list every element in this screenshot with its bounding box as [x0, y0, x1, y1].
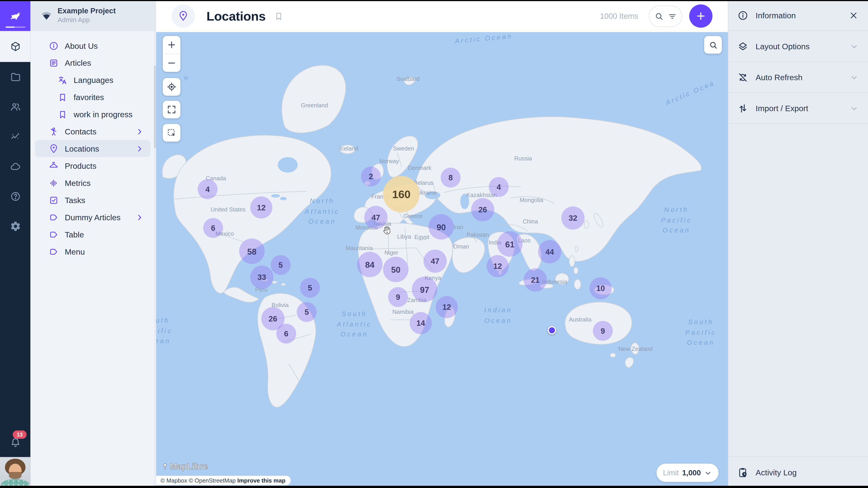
search-icon: [708, 40, 718, 50]
map-cluster[interactable]: 32: [561, 206, 585, 230]
close-drawer-button[interactable]: [848, 10, 859, 20]
map-cluster[interactable]: 12: [436, 296, 458, 318]
module-user-directory[interactable]: [0, 92, 31, 122]
sidebar-item-languages[interactable]: Languages: [35, 71, 151, 89]
sidebar-item-work-in-progress[interactable]: work in progress: [35, 106, 151, 123]
activity-log-button[interactable]: Activity Log: [728, 456, 868, 488]
map-cluster[interactable]: 84: [357, 252, 383, 277]
sidebar-item-about-us[interactable]: About Us: [35, 37, 151, 54]
page-title: Locations: [206, 8, 266, 24]
app-logo[interactable]: [0, 0, 31, 31]
module-file-library[interactable]: [0, 62, 31, 92]
drawer-section-auto-refresh[interactable]: Auto Refresh: [728, 62, 868, 93]
nav-scrollbar[interactable]: [154, 31, 156, 488]
user-avatar[interactable]: [0, 457, 31, 488]
map-cluster[interactable]: 4: [197, 179, 217, 199]
drawer-section-import-export[interactable]: Import / Export: [728, 93, 868, 124]
sidebar-item-products[interactable]: Products: [35, 157, 151, 174]
map-cluster[interactable]: 5: [300, 278, 320, 297]
insights-icon: [10, 131, 21, 142]
fullscreen-button[interactable]: [163, 101, 180, 119]
map-cluster[interactable]: 160: [383, 176, 420, 213]
settings-icon: [10, 221, 21, 232]
map-cluster[interactable]: 21: [524, 268, 547, 292]
sidebar-item-label: Table: [65, 230, 84, 239]
module-cloud[interactable]: [0, 152, 31, 182]
sidebar-item-label: Contacts: [65, 127, 96, 136]
bookmark-page-button[interactable]: [274, 11, 283, 21]
chevron-down-icon: [850, 104, 859, 112]
map-cluster[interactable]: 9: [388, 287, 408, 307]
map-cluster[interactable]: 26: [471, 198, 494, 221]
map-cluster[interactable]: 5: [297, 302, 317, 322]
module-settings[interactable]: [0, 212, 31, 241]
map-cluster[interactable]: 9: [593, 321, 613, 341]
map-cluster[interactable]: 47: [423, 250, 447, 273]
map-cluster[interactable]: 61: [497, 231, 523, 257]
sidebar-item-tasks[interactable]: Tasks: [35, 191, 151, 208]
map-cluster[interactable]: 6: [203, 218, 223, 238]
box-select-button[interactable]: [163, 124, 180, 142]
add-item-button[interactable]: [689, 4, 712, 28]
notifications-button[interactable]: 13: [0, 428, 31, 457]
sidebar-item-articles[interactable]: Articles: [35, 54, 151, 71]
map-canvas[interactable]: Arctic OceanArctic Oceaa nNorthAtlanticO…: [156, 32, 728, 488]
map-cluster[interactable]: 90: [429, 214, 454, 240]
module-content[interactable]: [0, 31, 31, 62]
sidebar-item-label: Dummy Articles: [65, 213, 121, 222]
main-content: Locations 1000 Items: [156, 0, 728, 488]
map-cluster[interactable]: 12: [487, 255, 509, 277]
map-cluster[interactable]: 97: [412, 276, 437, 302]
signal-wifi-icon: [41, 10, 52, 21]
sync-disabled-icon: [737, 72, 748, 83]
module-help[interactable]: [0, 182, 31, 211]
rabbit-logo-icon: [9, 9, 21, 22]
map-point-marker[interactable]: [548, 326, 556, 335]
zoom-in-button[interactable]: [163, 36, 180, 54]
sidebar-item-contacts[interactable]: Contacts: [35, 123, 151, 140]
page-header: Locations 1000 Items: [156, 0, 728, 32]
map-cluster[interactable]: 10: [590, 277, 612, 299]
label-icon: [49, 247, 59, 256]
map-cluster[interactable]: 14: [410, 312, 432, 334]
expand-section-chevron[interactable]: [850, 104, 859, 112]
map-cluster[interactable]: 50: [383, 257, 409, 282]
improve-map-link[interactable]: Improve this map: [237, 477, 285, 484]
drawer-section-information[interactable]: Information: [728, 0, 868, 31]
limit-dropdown[interactable]: Limit 1,000: [656, 464, 719, 482]
map-cluster[interactable]: 47: [364, 206, 388, 229]
filter-icon[interactable]: [667, 11, 677, 21]
sidebar-drawer: InformationLayout OptionsAuto RefreshImp…: [728, 0, 868, 488]
map-cluster[interactable]: 5: [271, 255, 291, 275]
expand-section-chevron[interactable]: [850, 42, 859, 51]
map-cluster[interactable]: 8: [440, 168, 460, 188]
geolocate-button[interactable]: [163, 78, 180, 96]
map-cluster[interactable]: 4: [489, 177, 508, 197]
sidebar-item-label: Locations: [65, 144, 99, 153]
sidebar-item-label: Articles: [65, 58, 91, 67]
drawer-section-layout-options[interactable]: Layout Options: [728, 31, 868, 62]
map-cluster[interactable]: 12: [250, 196, 272, 219]
search-filter-pill[interactable]: [649, 5, 682, 27]
map-cluster[interactable]: 33: [250, 266, 274, 289]
sidebar-item-favorites[interactable]: favorites: [35, 89, 151, 106]
map-cluster[interactable]: 6: [276, 324, 296, 344]
app-window: 13 Example Project Admin App About UsArt…: [0, 0, 868, 488]
layers-icon: [737, 41, 748, 52]
map-cluster[interactable]: 58: [239, 238, 265, 264]
sidebar-item-dummy-articles[interactable]: Dummy Articles: [35, 208, 151, 226]
sidebar-item-metrics[interactable]: Metrics: [35, 174, 151, 191]
sidebar-item-locations[interactable]: Locations: [35, 140, 151, 157]
sidebar-item-menu[interactable]: Menu: [35, 243, 151, 260]
module-icon-list: [0, 31, 31, 241]
zoom-out-button[interactable]: [163, 54, 180, 72]
project-switcher[interactable]: Example Project Admin App: [31, 0, 156, 31]
expand-section-chevron[interactable]: [850, 73, 859, 82]
module-insights[interactable]: [0, 122, 31, 152]
map-cluster[interactable]: 44: [538, 240, 561, 263]
map-cluster[interactable]: 2: [361, 166, 381, 186]
chevron-down-icon: [850, 42, 859, 51]
map-search-button[interactable]: [704, 36, 722, 54]
search-icon[interactable]: [654, 11, 663, 21]
sidebar-item-table[interactable]: Table: [35, 226, 151, 243]
